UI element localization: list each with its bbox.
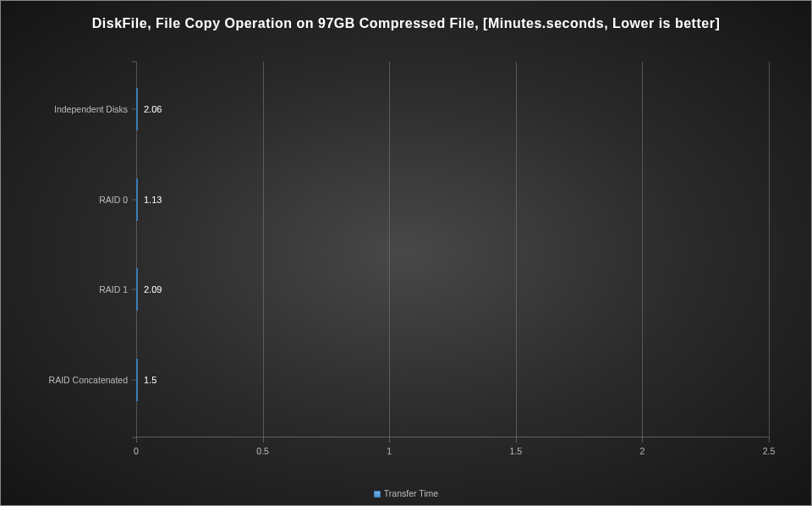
y-category-label: Independent Disks: [54, 104, 128, 114]
plot-area: 0 0.5 1 1.5 2 2.5 Independent Disks 2.06…: [136, 62, 769, 437]
y-category-label: RAID Concatenated: [49, 375, 128, 385]
bar: 2.09: [136, 268, 138, 311]
x-tick: [516, 437, 517, 443]
x-tick: [769, 437, 770, 443]
x-tick-label: 2: [639, 446, 645, 456]
bar-value-label: 2.06: [144, 104, 162, 114]
x-tick-label: 1: [387, 446, 392, 456]
legend: Transfer Time: [1, 488, 811, 498]
legend-label: Transfer Time: [384, 488, 438, 498]
y-tick: [132, 437, 136, 438]
x-tick: [136, 437, 137, 443]
legend-swatch: [374, 491, 381, 498]
x-tick-label: 2.5: [763, 446, 776, 456]
bar-value-label: 1.13: [144, 195, 162, 205]
bar: 1.13: [136, 179, 138, 221]
x-tick: [642, 437, 643, 443]
x-axis: [136, 437, 769, 437]
bar: 1.5: [136, 359, 138, 401]
gridline: [516, 62, 517, 437]
y-category-label: RAID 1: [99, 284, 128, 294]
gridline: [642, 62, 643, 437]
x-tick-label: 1.5: [509, 446, 522, 456]
gridline: [769, 62, 770, 437]
bar-value-label: 2.09: [144, 284, 162, 294]
bar: 2.06: [136, 88, 138, 130]
bar-value-label: 1.5: [144, 375, 156, 385]
x-tick-label: 0: [134, 446, 139, 456]
gridline: [263, 62, 264, 437]
gridline: [389, 62, 390, 437]
x-tick-label: 0.5: [256, 446, 269, 456]
chart-area: 0 0.5 1 1.5 2 2.5 Independent Disks 2.06…: [35, 62, 777, 463]
y-tick: [132, 62, 136, 63]
x-tick: [263, 437, 264, 443]
y-category-label: RAID 0: [99, 195, 128, 205]
chart-title: DiskFile, File Copy Operation on 97GB Co…: [1, 1, 811, 38]
x-tick: [389, 437, 390, 443]
